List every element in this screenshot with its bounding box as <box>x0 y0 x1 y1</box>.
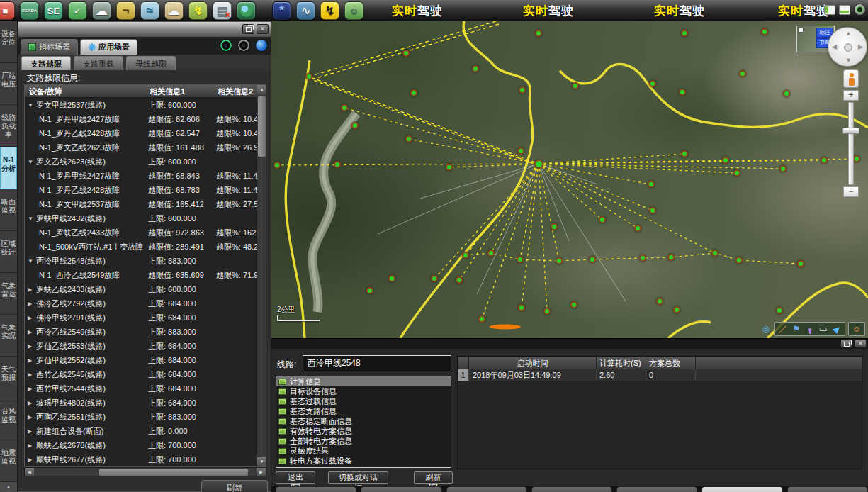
rain-cloud-icon[interactable]: ☁ <box>92 1 111 20</box>
refresh-f-button[interactable]: 刷新[F] <box>414 471 453 484</box>
target-green-icon[interactable] <box>220 39 232 52</box>
tree-collapsed-icon[interactable]: ▶ <box>25 357 36 364</box>
substation-marker[interactable] <box>735 257 743 264</box>
substation-marker[interactable] <box>456 276 463 284</box>
substation-marker[interactable] <box>478 315 485 323</box>
info-list-item[interactable]: 基态支路信息 <box>276 406 451 416</box>
substation-marker[interactable] <box>388 275 395 282</box>
substation-marker[interactable] <box>589 256 596 263</box>
signpost-icon[interactable]: ▭ <box>818 323 829 335</box>
target-gray-icon[interactable] <box>237 39 250 52</box>
bottom-tab[interactable] <box>531 486 612 492</box>
tab-app-scene[interactable]: 应用场景 <box>80 39 137 55</box>
tree-expanded-icon[interactable]: ▼ <box>25 102 36 108</box>
grid-row[interactable]: ▼西泠甲线2548(线路)上限: 883.000 <box>25 254 257 268</box>
grid-row[interactable]: ▶顺蚨甲线2677(线路)上限: 700.000 <box>25 452 257 466</box>
map-pan-compass[interactable]: ▲ ▼ ◀ ▶ <box>828 27 867 67</box>
tree-collapsed-icon[interactable]: ▶ <box>25 428 36 435</box>
tree-collapsed-icon[interactable]: ▶ <box>25 315 36 321</box>
substation-marker[interactable] <box>733 169 740 177</box>
substation-marker[interactable] <box>402 50 410 57</box>
line-input[interactable] <box>303 355 451 371</box>
substation-marker[interactable] <box>634 225 641 232</box>
tree-expanded-icon[interactable]: ▼ <box>25 159 36 165</box>
substation-marker[interactable] <box>853 155 860 162</box>
zoom-out-button[interactable]: − <box>843 186 859 197</box>
grid-row[interactable]: ▼罗文乙线2623(线路)上限: 600.000 <box>25 155 257 169</box>
bottom-tab[interactable] <box>616 486 697 492</box>
cloud-icon[interactable]: ☁ <box>164 1 184 20</box>
info-list-item[interactable]: 基态稳定断面信息 <box>276 416 451 426</box>
substation-marker[interactable] <box>681 30 688 37</box>
doc-error-icon[interactable]: ▤ <box>213 1 232 20</box>
substation-marker[interactable] <box>518 304 525 311</box>
substation-marker[interactable] <box>405 135 412 142</box>
grid-row[interactable]: N-1_罗丹乙线2428故障越限值: 68.783越限%: 11.4 <box>25 183 257 197</box>
globe-icon[interactable] <box>237 1 256 20</box>
tree-expanded-icon[interactable]: ▼ <box>25 258 36 264</box>
substation-marker[interactable] <box>472 65 479 72</box>
grid-col-header[interactable]: 相关信息2 <box>216 85 257 97</box>
substation-marker[interactable] <box>599 216 606 223</box>
tree-collapsed-icon[interactable]: ▶ <box>25 301 36 307</box>
scada-icon[interactable]: SCADA <box>20 1 39 20</box>
scroll-down-icon[interactable]: ▼ <box>257 457 266 466</box>
substation-marker[interactable] <box>667 254 675 261</box>
grid-row[interactable]: N-1_罗蚨乙线2433故障越限值: 972.863越限%: 162 <box>25 225 257 240</box>
substation-marker[interactable] <box>556 257 563 264</box>
sidebar-item-station-voltage[interactable]: 厂站 电压 <box>0 63 17 105</box>
substation-marker[interactable] <box>570 301 577 308</box>
grid-row[interactable]: ▶罗仙甲线2552(线路)上限: 684.000 <box>25 353 257 367</box>
grid-row[interactable]: ▶罗蚨乙线2433(线路)上限: 600.000 <box>25 282 257 296</box>
tree-collapsed-icon[interactable]: ▶ <box>25 442 36 449</box>
grid-row[interactable]: N-1_500kV西江站.#1主变故障越限值: 289.491越限%: 48.2 <box>25 240 257 254</box>
operator-icon[interactable]: ☺ <box>344 1 363 20</box>
grid-row[interactable]: ▶西竹甲线2544(线路)上限: 684.000 <box>25 381 257 396</box>
tree-collapsed-icon[interactable]: ▶ <box>25 286 36 293</box>
grid-row[interactable]: ▶顺蚨乙线2678(线路)上限: 700.000 <box>25 438 257 452</box>
bottom-close-button[interactable]: × <box>855 340 867 348</box>
grid-row[interactable]: ▼罗文甲线2537(线路)上限: 600.000 <box>25 98 257 112</box>
panel-restore-button[interactable] <box>242 24 254 34</box>
navigate-icon[interactable]: ▶ <box>829 321 845 337</box>
grid-row[interactable]: ▶西竹乙线2545(线路)上限: 684.000 <box>25 367 257 381</box>
substation-marker[interactable] <box>673 306 680 313</box>
substation-marker[interactable] <box>648 181 655 188</box>
zoom-slider-handle[interactable] <box>842 128 859 134</box>
subtab-3[interactable]: 母线越限 <box>126 56 176 70</box>
edit-icon[interactable]: ✓ <box>68 1 87 20</box>
sidebar-item-line-load-rate[interactable]: 线路 负载 率 <box>0 105 17 147</box>
scroll-right-icon[interactable]: ▶ <box>257 468 266 476</box>
bottom-tab[interactable] <box>701 486 782 492</box>
substation-marker[interactable] <box>519 86 526 94</box>
zoom-slider-track[interactable] <box>848 102 854 185</box>
substation-marker[interactable] <box>431 275 438 282</box>
tree-collapsed-icon[interactable]: ▶ <box>25 457 36 463</box>
ruler-icon[interactable]: ／ <box>777 323 789 335</box>
substation-marker[interactable] <box>487 250 495 257</box>
grid-row[interactable]: N-1_罗丹乙线2428故障越限值: 62.547越限%: 10.4 <box>25 126 257 140</box>
info-list-item[interactable]: 灵敏度结果 <box>276 446 451 456</box>
substation-marker[interactable] <box>761 28 768 35</box>
substation-marker[interactable] <box>543 308 551 315</box>
info-list-item[interactable]: 有效转电方案信息 <box>276 426 451 436</box>
bottom-tab[interactable] <box>446 486 527 492</box>
realtime-driving-label[interactable]: 实时驾驶 <box>654 3 718 19</box>
map-canvas[interactable]: 标注卫星 ▲ ▼ ◀ ▶ + − 2公里 ◎ ／⚑●▭▶ ☺ <box>271 21 868 338</box>
info-list-item[interactable]: 目标设备信息 <box>276 386 451 396</box>
vertical-scrollbar[interactable]: ▲ ▼ <box>257 85 266 466</box>
grid-col-header[interactable]: 设备/故障 <box>25 85 148 97</box>
tree-collapsed-icon[interactable]: ▶ <box>25 386 36 392</box>
substation-marker[interactable] <box>535 30 542 37</box>
hscroll-thumb[interactable] <box>99 469 248 476</box>
target-icon[interactable]: ◎ <box>760 323 772 335</box>
sidebar-item-weather-radar[interactable]: 气象 雷达 <box>0 273 17 315</box>
bottom-tab[interactable] <box>276 486 356 492</box>
pin-icon[interactable]: ● <box>804 323 816 335</box>
pan-up-icon[interactable]: ▲ <box>845 30 852 37</box>
tree-collapsed-icon[interactable]: ▶ <box>25 371 36 378</box>
grid-row[interactable]: ▶西泠乙线2549(线路)上限: 883.000 <box>25 325 257 339</box>
person-icon[interactable]: ☺ <box>851 323 862 335</box>
scroll-left-icon[interactable]: ◀ <box>25 468 34 476</box>
panel-close-button[interactable]: × <box>257 24 269 34</box>
